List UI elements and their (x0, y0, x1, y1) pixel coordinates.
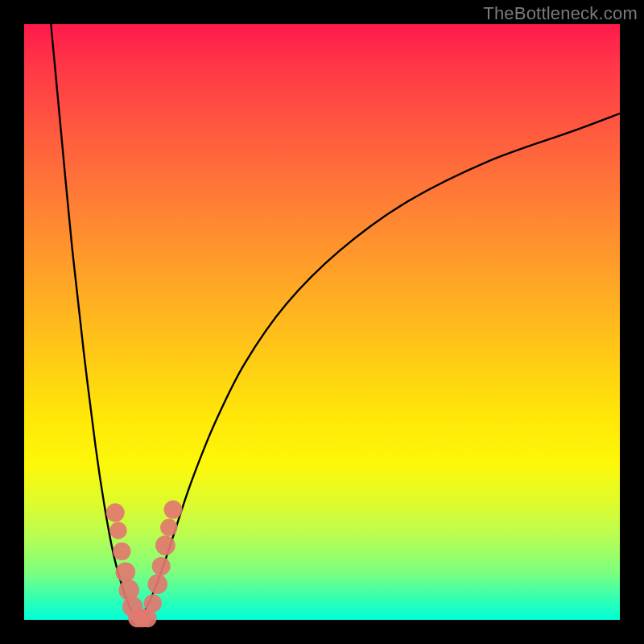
data-marker (106, 503, 125, 522)
data-marker (115, 562, 135, 582)
data-marker (113, 543, 130, 560)
bottleneck-curve (51, 24, 620, 620)
data-marker (160, 519, 177, 536)
data-marker (147, 574, 167, 594)
data-marker (144, 594, 162, 612)
data-marker (163, 501, 182, 519)
curve-layer (51, 24, 620, 620)
data-marker (155, 535, 175, 555)
chart-svg (24, 24, 620, 620)
data-marker (152, 557, 171, 576)
chart-frame: TheBottleneck.com (0, 0, 644, 644)
data-marker (109, 522, 126, 539)
watermark-text: TheBottleneck.com (483, 3, 638, 24)
plot-area (24, 24, 620, 620)
marker-layer (106, 501, 183, 628)
